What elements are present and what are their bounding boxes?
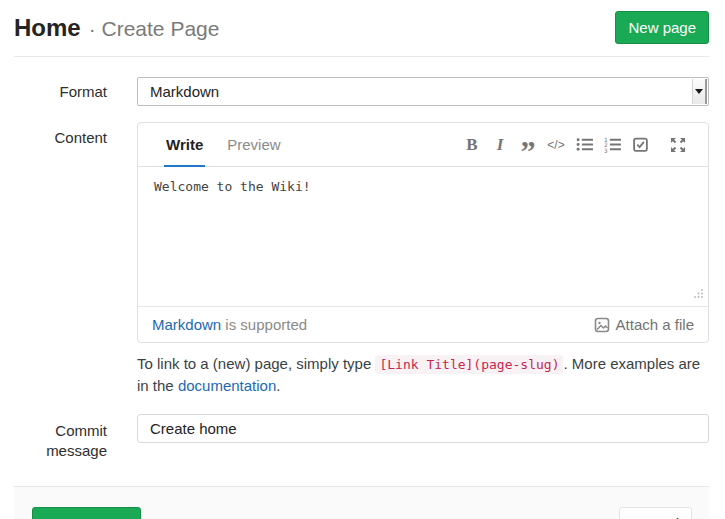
help-suffix: . (276, 377, 280, 394)
markdown-link[interactable]: Markdown (152, 316, 221, 333)
attach-file-label: Attach a file (616, 316, 694, 333)
markdown-editor: Write Preview B I ” </> (137, 122, 709, 343)
bulleted-list-icon[interactable] (570, 131, 598, 159)
help-text: To link to a (new) page, simply type [Li… (137, 353, 709, 396)
markdown-supported-text: Markdown is supported (152, 316, 307, 333)
resize-handle[interactable] (693, 285, 704, 303)
new-page-button[interactable]: New page (615, 11, 709, 44)
link-syntax-code: [Link Title](page-slug) (375, 355, 563, 374)
editor-toolbar: B I ” </> 1 (458, 123, 692, 166)
fullscreen-icon[interactable] (664, 131, 692, 159)
attach-file-button[interactable]: Attach a file (594, 316, 694, 333)
select-dropdown-arrow-icon (692, 79, 707, 104)
page-container: Home · Create Page New page Format Markd… (0, 0, 725, 519)
cancel-button[interactable]: Cancel (619, 507, 692, 519)
page-title: Home (14, 14, 81, 42)
format-select-value: Markdown (150, 83, 219, 100)
form-actions: Create page Cancel (14, 486, 709, 519)
quote-icon[interactable]: ” (514, 131, 542, 159)
commit-field (137, 414, 709, 461)
editor-footer: Markdown is supported Attach a file (138, 306, 708, 342)
editor-body: Welcome to the Wiki! (138, 167, 708, 306)
commit-message-input[interactable] (137, 414, 709, 443)
format-row: Format Markdown (14, 77, 709, 106)
content-label: Content (14, 122, 107, 343)
format-field: Markdown (137, 77, 709, 106)
commit-message-label: Commit message (14, 414, 107, 461)
documentation-link[interactable]: documentation (178, 377, 276, 394)
breadcrumb: Home · Create Page (14, 14, 219, 42)
content-row: Content Write Preview B I ” </> (14, 122, 709, 343)
code-icon[interactable]: </> (542, 131, 570, 159)
svg-text:3: 3 (604, 147, 608, 153)
numbered-list-icon[interactable]: 1 2 3 (598, 131, 626, 159)
editor-tabbar: Write Preview B I ” </> (138, 123, 708, 167)
tab-write[interactable]: Write (166, 123, 203, 166)
help-prefix: To link to a (new) page, simply type (137, 355, 375, 372)
format-select[interactable]: Markdown (137, 77, 709, 106)
bold-icon[interactable]: B (458, 131, 486, 159)
content-textarea[interactable]: Welcome to the Wiki! (138, 167, 708, 306)
tab-preview[interactable]: Preview (227, 123, 280, 166)
supported-label: is supported (221, 316, 307, 333)
italic-icon[interactable]: I (486, 131, 514, 159)
image-icon (594, 317, 610, 333)
page-subtitle: · Create Page (89, 17, 220, 41)
format-label: Format (14, 82, 107, 102)
commit-row: Commit message (14, 414, 709, 461)
create-page-button[interactable]: Create page (32, 507, 141, 519)
task-list-icon[interactable] (626, 131, 654, 159)
content-field: Write Preview B I ” </> (137, 122, 709, 343)
page-header: Home · Create Page New page (14, 0, 709, 57)
